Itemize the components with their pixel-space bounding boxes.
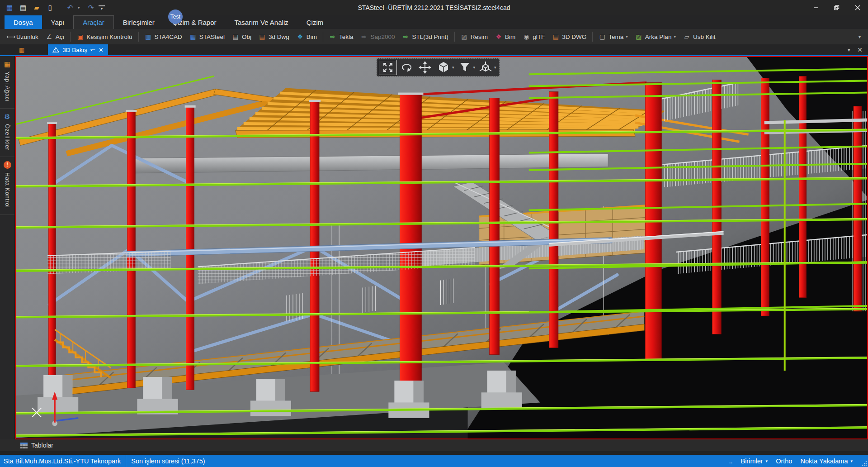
toolbar-button-label: Tema <box>609 33 623 40</box>
dropdown-caret-icon: ▾ <box>850 459 853 463</box>
menu-tab[interactable]: Tasarım Ve Analiz <box>226 15 297 29</box>
statusbar-item-label: Ortho <box>776 457 792 465</box>
menu-tab[interactable]: Araçlar <box>73 15 114 29</box>
sidebar-tab[interactable]: ▦ Yapı Ağacı <box>0 56 14 109</box>
axonometric-button[interactable] <box>476 60 495 75</box>
tab-close-icon[interactable]: ✕ <box>99 47 104 53</box>
toolbar-button-label: Arka Plan <box>645 33 672 40</box>
pin-icon[interactable]: ⊸ <box>90 47 95 53</box>
window-controls <box>806 0 868 15</box>
dropdown-caret-icon[interactable]: ▾ <box>473 65 476 70</box>
statusbar-item[interactable]: Nokta Yakalama ▾ <box>800 457 853 465</box>
model-canvas[interactable] <box>15 56 868 439</box>
menu-tab-label: Birleşimler <box>123 19 155 26</box>
toolbar-button[interactable]: ▱ Usb Kilit <box>679 30 719 43</box>
statusbar-item[interactable]: Ortho <box>776 457 792 465</box>
tab-3d-view[interactable]: 3D Bakış ⊸ ✕ <box>48 44 108 55</box>
toolbar-button[interactable]: ❖ Bim <box>293 30 321 43</box>
save-icon[interactable]: ▤ <box>17 2 29 14</box>
toolbar-button-icon: ▱ <box>683 33 690 40</box>
customize-toolbar-icon[interactable]: ▾ <box>99 5 105 10</box>
menu-tab-label: Dosya <box>14 19 33 26</box>
fit-view-button[interactable] <box>379 60 397 75</box>
dropdown-caret-icon[interactable]: ▾ <box>494 65 496 70</box>
toolbar-button-label: Bim <box>505 33 515 40</box>
menu-tab[interactable]: Dosya <box>5 15 42 29</box>
statusbar-item[interactable]: Birimler ▾ <box>741 457 768 465</box>
toolbar-button[interactable]: ▢ Tema ▾ <box>595 30 632 43</box>
statusbar-item-label: Birimler <box>741 457 763 465</box>
toolbar-button-icon: ⇨ <box>360 33 368 40</box>
sidebar-tab-label: Hata Kontrol <box>4 172 11 208</box>
toolbar-button-icon: ▣ <box>76 33 84 40</box>
viewport-3d[interactable]: ▾ ▾ ▾ <box>15 56 868 439</box>
filter-button[interactable] <box>456 60 474 75</box>
toolbar-button-label: Açı <box>56 33 65 40</box>
view-toolbar: ▾ ▾ ▾ <box>377 58 500 76</box>
close-button[interactable] <box>847 0 868 15</box>
toolbar-button[interactable]: ▦ STASteel <box>186 30 228 43</box>
toolbar-button[interactable]: ▣ Kesişim Kontrolü <box>73 30 136 43</box>
toolbar-button-icon: ▨ <box>635 33 642 40</box>
toolbar-button[interactable]: ⟷ Uzunluk <box>3 30 42 43</box>
tab-list-dropdown-icon[interactable]: ▾ <box>848 48 850 52</box>
left-panel-tabs: ▦ Yapı Ağacı ⚙ Özellikler ! Hata Kontrol <box>0 56 15 439</box>
toolbar-button[interactable]: ▤ 3d Dwg <box>255 30 293 43</box>
sidebar-tab[interactable]: ! Hata Kontrol <box>0 157 14 214</box>
toolbar-button-icon: ▨ <box>461 33 468 40</box>
statusbar-item[interactable]: .. <box>729 457 732 465</box>
toolbar-button-label: Tekla <box>339 33 354 40</box>
orbit-button[interactable] <box>397 60 415 75</box>
menu-tab[interactable]: Çizim <box>297 15 333 29</box>
toolbar-button[interactable]: ⇨ STL(3d Print) <box>399 30 452 43</box>
undo-icon[interactable]: ↶ <box>64 2 76 14</box>
toolbar-button[interactable]: ⇨ Sap2000 <box>357 30 398 43</box>
undo-dropdown-icon[interactable]: ▾ <box>78 5 83 10</box>
toolbar-button[interactable]: ▤ Obj <box>228 30 255 43</box>
toolbar-button[interactable]: ◉ glTF <box>519 30 548 43</box>
structure-grid-icon[interactable]: ▦ <box>19 47 24 53</box>
app-logo-icon: ▦ <box>4 2 15 14</box>
toolbar-button[interactable]: ▥ STA4CAD <box>141 30 186 43</box>
tab-3d-view-label: 3D Bakış <box>62 47 87 53</box>
toolbar-button-label: 3d Dwg <box>269 33 289 40</box>
ribbon-toolbar: ⟷ Uzunluk ∠ Açı ▣ Kesişim Kontrolü ▥ STA… <box>0 29 868 44</box>
toolbar-button-label: STASteel <box>199 33 225 40</box>
redo-icon[interactable]: ↷ <box>85 2 97 14</box>
tables-button[interactable]: Tablolar <box>31 442 53 449</box>
pan-button[interactable] <box>416 60 434 75</box>
toolbar-button[interactable]: ❖ Bim <box>491 30 519 43</box>
sidebar-tab[interactable]: ⚙ Özellikler <box>0 109 14 157</box>
dropdown-caret-icon[interactable]: ▾ <box>452 65 454 70</box>
minimize-button[interactable] <box>806 0 826 15</box>
menu-tab[interactable]: Birleşimler <box>114 15 164 29</box>
open-folder-icon[interactable]: ▰ <box>31 2 42 14</box>
toolbar-button[interactable]: ▨ Resim <box>457 30 491 43</box>
toolbar-separator <box>592 32 593 42</box>
menu-tab[interactable]: Yapı <box>42 15 74 29</box>
view-cube-button[interactable] <box>434 60 453 75</box>
toolbar-button[interactable]: ⇨ Tekla <box>326 30 357 43</box>
new-document-icon[interactable]: ▯ <box>44 2 56 14</box>
toolbar-button[interactable]: ∠ Açı <box>42 30 68 43</box>
toolbar-button-label: Resim <box>471 33 488 40</box>
table-icon <box>20 443 28 448</box>
sidebar-tab-label: Yapı Ağacı <box>4 71 11 102</box>
toolbar-overflow-button[interactable]: ▾ <box>859 34 861 39</box>
tab-bar-close-icon[interactable]: ✕ <box>857 46 863 53</box>
toolbar-button-icon: ▤ <box>232 33 239 40</box>
resize-grip[interactable] <box>861 460 867 466</box>
sidebar-tab-icon: ▦ <box>4 60 10 68</box>
menu-tab[interactable]: Çizim & Rapor Test <box>164 15 226 29</box>
toolbar-button[interactable]: ▤ 3D DWG <box>548 30 590 43</box>
application-window: ▦ ▤ ▰ ▯ ↶ ▾ ↷ ▾ STASteel -ÜRETİM 2212.20… <box>0 0 868 467</box>
toolbar-separator <box>454 32 455 42</box>
toolbar-button-label: Uzunluk <box>16 33 38 40</box>
toolbar-separator <box>323 32 323 42</box>
restore-button[interactable] <box>826 0 847 15</box>
toolbar-button[interactable]: ▨ Arka Plan ▾ <box>632 30 679 43</box>
status-right-group: .. Birimler ▾ Ortho Nokta Yakalama ▾ <box>729 457 868 465</box>
sidebar-tab-label: Özellikler <box>4 124 11 150</box>
statusbar-item-label: Nokta Yakalama <box>800 457 848 465</box>
menu-tab-label: Yapı <box>51 19 65 26</box>
